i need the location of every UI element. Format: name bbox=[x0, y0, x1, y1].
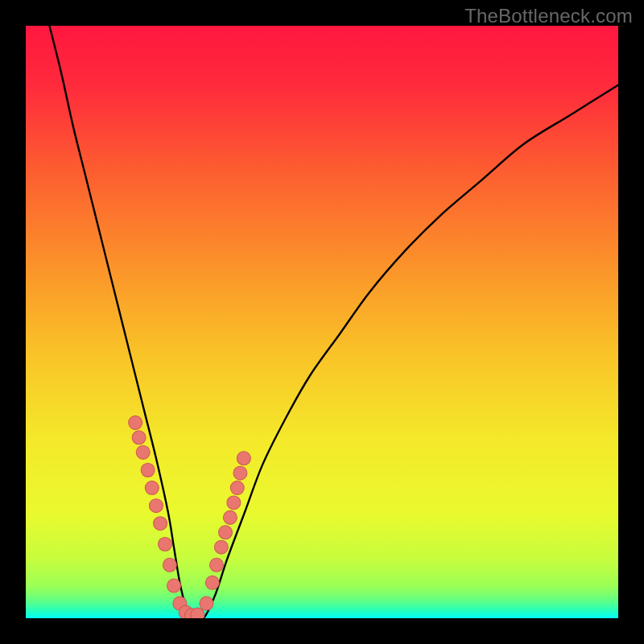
curve-marker bbox=[230, 481, 244, 495]
plot-area bbox=[26, 26, 618, 618]
curve-marker bbox=[205, 576, 219, 589]
curve-marker bbox=[141, 464, 155, 477]
curve-marker bbox=[214, 540, 228, 554]
curve-marker bbox=[145, 481, 159, 495]
curve-marker bbox=[154, 517, 167, 530]
curve-marker bbox=[158, 538, 171, 551]
outer-frame: TheBottleneck.com bbox=[0, 0, 644, 644]
curve-marker bbox=[163, 558, 176, 572]
marker-group bbox=[129, 416, 251, 618]
curve-marker bbox=[210, 558, 224, 572]
curve-marker bbox=[200, 597, 213, 610]
curve-marker bbox=[132, 431, 146, 444]
curve-marker bbox=[136, 445, 150, 459]
curve-marker bbox=[223, 510, 237, 524]
curve-marker bbox=[129, 416, 142, 430]
curve-marker bbox=[149, 499, 163, 513]
curve-marker bbox=[167, 579, 181, 592]
curve-marker bbox=[191, 608, 204, 618]
curve-marker bbox=[233, 466, 247, 480]
curve-marker bbox=[237, 452, 250, 465]
watermark-text: TheBottleneck.com bbox=[464, 5, 633, 27]
curve-marker bbox=[227, 496, 241, 510]
curve-marker bbox=[219, 526, 233, 539]
chart-svg bbox=[26, 26, 618, 618]
bottleneck-curve bbox=[49, 26, 618, 618]
